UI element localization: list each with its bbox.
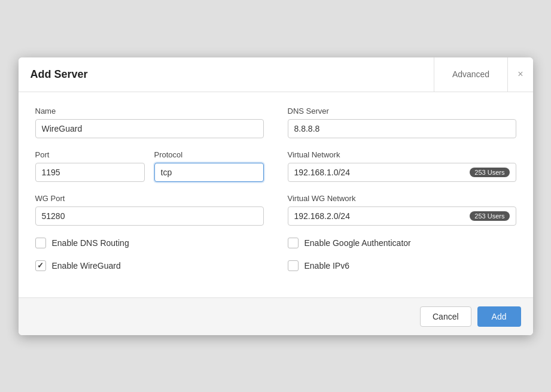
dns-server-label: DNS Server <box>288 107 516 116</box>
tab-advanced[interactable]: Advanced <box>434 57 507 92</box>
dialog-title: Add Server <box>31 68 88 81</box>
wireguard-checkbox-group: ✓ Enable WireGuard <box>35 260 264 271</box>
dialog-body: Name Port Protocol WG Port <box>19 92 533 297</box>
protocol-field-group: Protocol <box>154 150 264 182</box>
wireguard-checkbox[interactable]: ✓ <box>35 260 46 271</box>
virtual-wg-network-input-wrapper: 253 Users <box>288 206 516 226</box>
ipv6-checkbox-group: Enable IPv6 <box>288 260 516 271</box>
dialog-title-area: Add Server <box>19 57 434 92</box>
protocol-input[interactable] <box>154 163 264 182</box>
left-column: Name Port Protocol WG Port <box>35 107 264 283</box>
cancel-button[interactable]: Cancel <box>420 306 471 327</box>
dialog-tabs: Advanced <box>434 57 507 92</box>
protocol-label: Protocol <box>154 150 264 159</box>
port-protocol-group: Port Protocol <box>35 150 264 182</box>
virtual-network-field-group: Virtual Network 253 Users <box>288 150 516 182</box>
dialog-header: Add Server Advanced × <box>19 57 533 92</box>
dns-routing-checkbox-group: Enable DNS Routing <box>35 238 264 248</box>
dns-routing-checkbox[interactable] <box>35 238 46 248</box>
port-label: Port <box>35 150 145 159</box>
google-auth-checkbox-group: Enable Google Authenticator <box>288 238 516 248</box>
dns-server-input[interactable] <box>288 119 516 138</box>
name-field-group: Name <box>35 107 264 138</box>
name-input[interactable] <box>35 119 264 138</box>
wg-port-label: WG Port <box>35 194 264 203</box>
add-server-dialog: Add Server Advanced × Name Port <box>19 57 533 335</box>
ipv6-label[interactable]: Enable IPv6 <box>305 261 350 271</box>
name-label: Name <box>35 107 264 116</box>
dialog-footer: Cancel Add <box>19 297 533 335</box>
dns-routing-label[interactable]: Enable DNS Routing <box>52 238 129 248</box>
virtual-wg-network-label: Virtual WG Network <box>288 194 516 203</box>
wireguard-label[interactable]: Enable WireGuard <box>52 261 121 271</box>
virtual-wg-network-badge: 253 Users <box>470 211 509 221</box>
dns-server-field-group: DNS Server <box>288 107 516 138</box>
close-button[interactable]: × <box>507 57 532 92</box>
virtual-network-label: Virtual Network <box>288 150 516 159</box>
virtual-network-input[interactable] <box>294 168 465 177</box>
wg-port-field-group: WG Port <box>35 194 264 226</box>
checkmark-icon: ✓ <box>37 262 44 269</box>
port-field-group: Port <box>35 150 145 182</box>
right-column: DNS Server Virtual Network 253 Users Vir… <box>288 107 516 283</box>
ipv6-checkbox[interactable] <box>288 260 299 271</box>
virtual-wg-network-field-group: Virtual WG Network 253 Users <box>288 194 516 226</box>
virtual-wg-network-input[interactable] <box>294 211 465 221</box>
port-input[interactable] <box>35 163 145 182</box>
google-auth-label[interactable]: Enable Google Authenticator <box>305 238 411 248</box>
virtual-network-badge: 253 Users <box>470 168 509 177</box>
virtual-network-input-wrapper: 253 Users <box>288 163 516 182</box>
wg-port-input[interactable] <box>35 206 264 226</box>
google-auth-checkbox[interactable] <box>288 238 299 248</box>
add-button[interactable]: Add <box>477 306 521 327</box>
